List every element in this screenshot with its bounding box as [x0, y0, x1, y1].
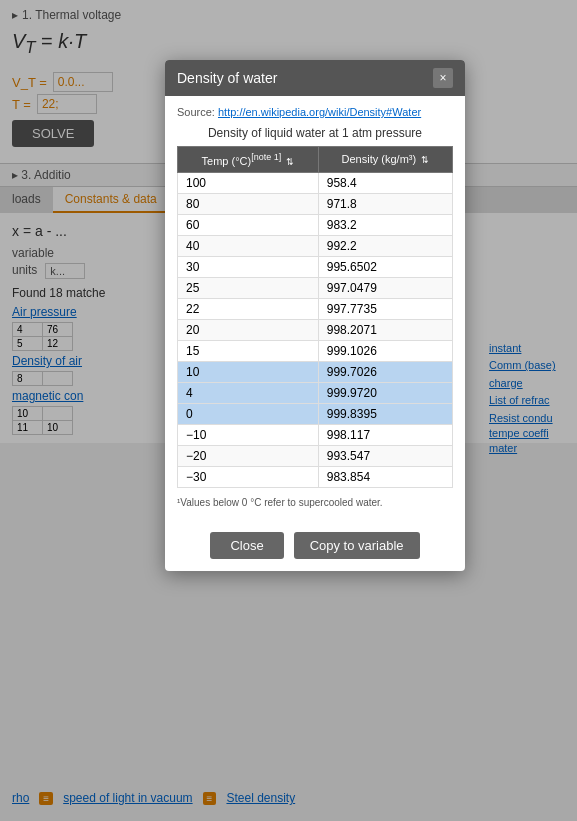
table-row[interactable]: 15999.1026 — [178, 340, 453, 361]
temp-cell: 0 — [178, 403, 319, 424]
temp-cell: 30 — [178, 256, 319, 277]
temp-cell: 25 — [178, 277, 319, 298]
temp-cell: −30 — [178, 466, 319, 487]
density-cell: 992.2 — [318, 235, 452, 256]
temp-cell: 10 — [178, 361, 319, 382]
table-header-row: Temp (°C)[note 1] ⇅ Density (kg/m³) ⇅ — [178, 147, 453, 173]
modal-footer: Close Copy to variable — [165, 524, 465, 571]
table-row[interactable]: 20998.2071 — [178, 319, 453, 340]
temp-cell: −10 — [178, 424, 319, 445]
table-row[interactable]: 40992.2 — [178, 235, 453, 256]
close-button[interactable]: Close — [210, 532, 283, 559]
density-water-modal: Density of water × Source: http://en.wik… — [165, 60, 465, 571]
density-cell: 999.1026 — [318, 340, 452, 361]
temp-cell: 60 — [178, 214, 319, 235]
density-cell: 999.8395 — [318, 403, 452, 424]
density-cell: 999.7026 — [318, 361, 452, 382]
table-footnote: ¹Values below 0 °C refer to supercooled … — [177, 488, 453, 514]
density-cell: 999.9720 — [318, 382, 452, 403]
modal-header: Density of water × — [165, 60, 465, 96]
temp-cell: 20 — [178, 319, 319, 340]
density-cell: 998.117 — [318, 424, 452, 445]
table-row[interactable]: 30995.6502 — [178, 256, 453, 277]
table-row[interactable]: 60983.2 — [178, 214, 453, 235]
density-cell: 993.547 — [318, 445, 452, 466]
col-temp-header[interactable]: Temp (°C)[note 1] ⇅ — [178, 147, 319, 173]
density-table: Temp (°C)[note 1] ⇅ Density (kg/m³) ⇅ 10… — [177, 146, 453, 488]
table-row[interactable]: −20993.547 — [178, 445, 453, 466]
copy-to-variable-button[interactable]: Copy to variable — [294, 532, 420, 559]
table-row[interactable]: 100958.4 — [178, 172, 453, 193]
density-cell: 997.7735 — [318, 298, 452, 319]
table-row[interactable]: 4999.9720 — [178, 382, 453, 403]
table-row[interactable]: 0999.8395 — [178, 403, 453, 424]
modal-title: Density of water — [177, 70, 277, 86]
temp-cell: 15 — [178, 340, 319, 361]
density-cell: 958.4 — [318, 172, 452, 193]
table-row[interactable]: −10998.117 — [178, 424, 453, 445]
temp-cell: −20 — [178, 445, 319, 466]
temp-cell: 100 — [178, 172, 319, 193]
modal-source: Source: http://en.wikipedia.org/wiki/Den… — [177, 106, 453, 118]
table-body: 100958.480971.860983.240992.230995.65022… — [178, 172, 453, 487]
temp-cell: 4 — [178, 382, 319, 403]
density-cell: 995.6502 — [318, 256, 452, 277]
density-cell: 998.2071 — [318, 319, 452, 340]
density-cell: 971.8 — [318, 193, 452, 214]
table-row[interactable]: 80971.8 — [178, 193, 453, 214]
table-title: Density of liquid water at 1 atm pressur… — [177, 126, 453, 140]
table-row[interactable]: 10999.7026 — [178, 361, 453, 382]
density-cell: 983.2 — [318, 214, 452, 235]
table-row[interactable]: 22997.7735 — [178, 298, 453, 319]
table-row[interactable]: 25997.0479 — [178, 277, 453, 298]
table-row[interactable]: −30983.854 — [178, 466, 453, 487]
source-link[interactable]: http://en.wikipedia.org/wiki/Density#Wat… — [218, 106, 421, 118]
modal-body: Source: http://en.wikipedia.org/wiki/Den… — [165, 96, 465, 524]
modal-close-x-button[interactable]: × — [433, 68, 453, 88]
density-cell: 983.854 — [318, 466, 452, 487]
col-density-header[interactable]: Density (kg/m³) ⇅ — [318, 147, 452, 173]
temp-cell: 22 — [178, 298, 319, 319]
density-cell: 997.0479 — [318, 277, 452, 298]
temp-cell: 80 — [178, 193, 319, 214]
temp-cell: 40 — [178, 235, 319, 256]
